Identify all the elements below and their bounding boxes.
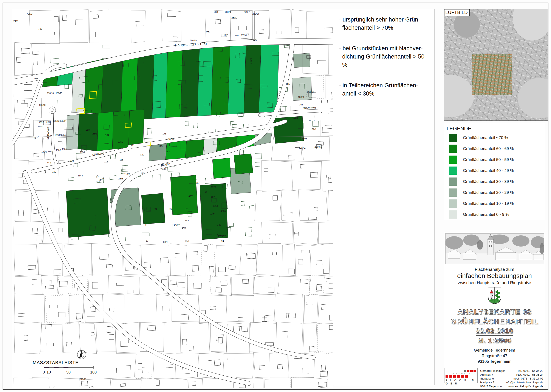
title-line1: Flächenanalyse zum	[444, 267, 545, 272]
legend-item: Grünflächenanteil 0 - 9 %	[444, 209, 545, 220]
legend-label: Grünflächenanteil 30 - 39 %	[457, 179, 514, 184]
parcel-number: 118/1	[118, 141, 124, 143]
parcel-number: 233	[214, 11, 218, 13]
parcel-number: 161/2	[292, 117, 298, 120]
legend-swatch	[449, 134, 457, 142]
legend-swatch	[449, 199, 457, 208]
parcel-number: 123/1	[139, 172, 145, 175]
parcel-number: 190/12	[37, 121, 44, 124]
parcel-number: 1143	[78, 174, 83, 177]
logo-square-red	[445, 375, 448, 378]
street-name: Spielplatz	[217, 234, 228, 237]
parcel-number: 125	[159, 145, 162, 147]
architect-logo: A R C H I T E K T P L Ö C H I N G E R	[444, 368, 478, 383]
architect-address: Gerhard PlöchingerArchitekt /Stadtplaner…	[480, 369, 505, 388]
logo-subtitle: A R C H I T E K T	[453, 373, 476, 374]
legend-swatch	[449, 155, 457, 164]
legend-item: Grünflächenanteil 20 - 29 %	[444, 187, 545, 198]
parcel-number: 116	[104, 160, 108, 163]
parcel-number: 190/6	[41, 151, 47, 153]
parcel-number: 140/2	[187, 195, 193, 197]
parcel-number: 190/13	[53, 120, 60, 122]
parcel-number: 116/1	[104, 142, 109, 145]
legend-swatch	[449, 189, 457, 197]
parcel-number: 143	[174, 224, 177, 226]
legend-title: LEGENDE	[447, 126, 545, 132]
analysis-notes: - ursprünglich sehr hoher Grün-flächenan…	[339, 15, 430, 98]
note-item: - ursprünglich sehr hoher Grün-flächenan…	[339, 15, 430, 32]
parcel-number: 1077/13	[78, 378, 86, 381]
parcel-number: 184	[105, 134, 109, 136]
parcel-number: 190/10	[55, 134, 61, 136]
logo-square-gray	[464, 370, 466, 372]
parcel-number: 2908	[302, 137, 307, 140]
legend-swatch	[449, 167, 457, 175]
legend-item: Grünflächenanteil 50 - 59 %	[444, 154, 545, 165]
parcel-number: 141	[184, 207, 188, 210]
parcel-number: 226	[253, 39, 257, 41]
legend-swatch	[449, 177, 457, 186]
parcel-number: 2402/4	[299, 147, 306, 149]
logo-square-red	[449, 375, 452, 378]
map-drawing: 24/2725/37287353060/9235233231/4229/7230…	[12, 9, 333, 388]
parcel-number: 187	[211, 196, 215, 198]
sheet-scale: M. 1:2500	[444, 337, 545, 344]
aerial-photo: LUFTBILD	[444, 9, 548, 121]
parcel-number: 137	[219, 177, 223, 179]
parcel-number: 725/3	[27, 13, 33, 15]
coat-of-arms	[487, 287, 502, 305]
legend-item: Grünflächenanteil • 70 %	[444, 132, 545, 143]
legend-label: Grünflächenanteil 60 - 69 %	[457, 146, 514, 151]
title-line2: einfachen Bebauungsplan	[444, 272, 545, 280]
logo-brand: P L Ö C H I N G E R	[445, 379, 477, 385]
parcel-number: 190/14	[60, 120, 66, 122]
logo-square-red	[457, 375, 460, 378]
logo-square-red	[470, 370, 473, 372]
legend-swatch	[449, 210, 457, 219]
logo-square-red	[453, 375, 456, 378]
scalebar-tick: 10	[47, 370, 51, 374]
parcel-number: 24	[221, 240, 224, 243]
sheet-title-1: ANALYSEKARTE 08	[444, 308, 545, 316]
sheet-date: 22.02.2010	[444, 327, 545, 335]
aerial-photo-highlight-area	[472, 54, 512, 95]
parcel-number: 148/1	[221, 210, 226, 212]
parcel-number: 118	[120, 158, 123, 161]
note-item: - in Teilbereichen Grünflächen-anteil < …	[339, 81, 430, 98]
legend-item: Grünflächenanteil 60 - 69 %	[444, 143, 545, 154]
parcel-number: 190/16	[47, 92, 54, 94]
parcel-number: 87	[146, 239, 148, 242]
sheet-title-2: GRÜNFLÄCHENANTEIL	[444, 317, 545, 326]
parcel-number: 2908/1	[314, 146, 322, 148]
parcel-number: 229/7	[244, 11, 250, 13]
parcel-number: 230	[235, 34, 239, 37]
parcel-number: 226/14	[253, 13, 259, 15]
parcel-number: 190/18	[39, 104, 46, 106]
parcel-number: 146	[210, 212, 215, 215]
parcel-number: 138	[203, 191, 207, 194]
parcel-number: 113	[47, 162, 51, 164]
scalebar-tick: 0	[42, 370, 45, 374]
architect-contact: Tel.: 0941 - 56 35 22Fax.: 0941 - 56 35 …	[506, 369, 543, 388]
parcel-number: 148	[217, 224, 221, 226]
village-photo	[445, 233, 544, 264]
parcel-number: 118/3	[118, 177, 123, 180]
parcel-number: 235	[205, 31, 209, 34]
parcel-number: 232	[224, 34, 228, 36]
legend-label: Grünflächenanteil • 70 %	[457, 135, 508, 140]
parcel-number: 728	[38, 28, 42, 30]
legend: LEGENDE Grünflächenanteil • 70 %Grünfläc…	[444, 124, 545, 220]
parcel-number: 137/2	[211, 186, 216, 189]
parcel-number: 114	[70, 159, 74, 162]
street-name: Spitzwegstr.	[46, 126, 50, 140]
parcel-number: 161/3	[309, 119, 315, 122]
scalebar-tick: 100	[90, 370, 97, 374]
parcel-number: 185/1	[92, 133, 97, 135]
parcel-number: 209/2	[250, 58, 253, 64]
parcel-number: 190/9	[61, 134, 66, 136]
parcel-number: 127	[162, 167, 166, 170]
street-name: Meisenweg	[303, 106, 316, 109]
legend-item: Grünflächenanteil 10 - 19 %	[444, 198, 545, 209]
parcel-number: 140	[195, 182, 198, 185]
parcel-number: 30/2	[185, 240, 189, 243]
